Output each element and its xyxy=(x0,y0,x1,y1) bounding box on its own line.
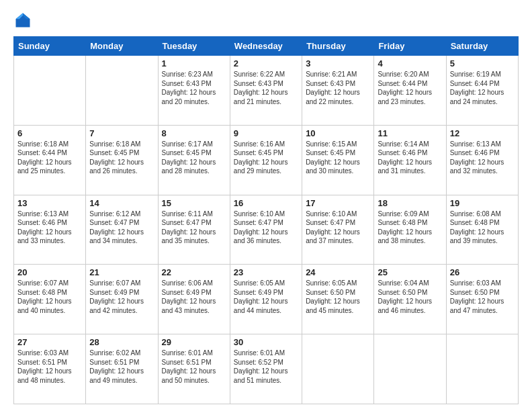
day-number: 8 xyxy=(162,128,226,138)
day-number: 23 xyxy=(234,267,298,277)
day-number: 29 xyxy=(162,337,226,347)
day-info: Sunrise: 6:02 AM Sunset: 6:51 PM Dayligh… xyxy=(89,349,154,385)
day-info: Sunrise: 6:07 AM Sunset: 6:48 PM Dayligh… xyxy=(17,279,82,315)
day-header-friday: Friday xyxy=(374,37,446,56)
day-cell xyxy=(374,334,446,404)
day-cell: 12Sunrise: 6:13 AM Sunset: 6:46 PM Dayli… xyxy=(446,125,518,195)
day-cell xyxy=(302,334,374,404)
logo xyxy=(13,11,35,30)
day-number: 1 xyxy=(162,58,226,68)
day-info: Sunrise: 6:18 AM Sunset: 6:45 PM Dayligh… xyxy=(89,140,154,176)
day-cell: 23Sunrise: 6:05 AM Sunset: 6:49 PM Dayli… xyxy=(230,265,302,334)
day-cell: 15Sunrise: 6:11 AM Sunset: 6:47 PM Dayli… xyxy=(158,195,230,265)
day-info: Sunrise: 6:18 AM Sunset: 6:44 PM Dayligh… xyxy=(17,140,82,176)
logo-icon xyxy=(13,11,32,30)
day-info: Sunrise: 6:12 AM Sunset: 6:47 PM Dayligh… xyxy=(89,210,154,246)
day-cell: 29Sunrise: 6:01 AM Sunset: 6:51 PM Dayli… xyxy=(158,334,230,404)
calendar: SundayMondayTuesdayWednesdayThursdayFrid… xyxy=(13,36,519,404)
day-info: Sunrise: 6:09 AM Sunset: 6:48 PM Dayligh… xyxy=(378,210,442,246)
header xyxy=(13,11,519,30)
day-info: Sunrise: 6:23 AM Sunset: 6:43 PM Dayligh… xyxy=(162,70,226,106)
day-info: Sunrise: 6:10 AM Sunset: 6:47 PM Dayligh… xyxy=(306,210,370,246)
day-info: Sunrise: 6:06 AM Sunset: 6:49 PM Dayligh… xyxy=(162,279,226,315)
day-cell: 13Sunrise: 6:13 AM Sunset: 6:46 PM Dayli… xyxy=(14,195,86,265)
day-info: Sunrise: 6:05 AM Sunset: 6:49 PM Dayligh… xyxy=(234,279,298,315)
day-number: 28 xyxy=(89,337,154,347)
day-number: 21 xyxy=(89,267,154,277)
week-row-2: 13Sunrise: 6:13 AM Sunset: 6:46 PM Dayli… xyxy=(14,195,519,265)
day-info: Sunrise: 6:20 AM Sunset: 6:44 PM Dayligh… xyxy=(378,70,442,106)
day-cell: 25Sunrise: 6:04 AM Sunset: 6:50 PM Dayli… xyxy=(374,265,446,334)
day-number: 19 xyxy=(450,198,515,208)
day-info: Sunrise: 6:14 AM Sunset: 6:46 PM Dayligh… xyxy=(378,140,442,176)
day-cell: 20Sunrise: 6:07 AM Sunset: 6:48 PM Dayli… xyxy=(14,265,86,334)
week-row-3: 20Sunrise: 6:07 AM Sunset: 6:48 PM Dayli… xyxy=(14,265,519,334)
day-cell xyxy=(14,56,86,126)
day-cell: 11Sunrise: 6:14 AM Sunset: 6:46 PM Dayli… xyxy=(374,125,446,195)
day-number: 15 xyxy=(162,198,226,208)
day-number: 17 xyxy=(306,198,370,208)
days-header-row: SundayMondayTuesdayWednesdayThursdayFrid… xyxy=(14,37,519,56)
week-row-1: 6Sunrise: 6:18 AM Sunset: 6:44 PM Daylig… xyxy=(14,125,519,195)
day-header-saturday: Saturday xyxy=(446,37,518,56)
day-cell xyxy=(86,56,158,126)
day-cell: 17Sunrise: 6:10 AM Sunset: 6:47 PM Dayli… xyxy=(302,195,374,265)
day-cell: 19Sunrise: 6:08 AM Sunset: 6:48 PM Dayli… xyxy=(446,195,518,265)
day-info: Sunrise: 6:13 AM Sunset: 6:46 PM Dayligh… xyxy=(450,140,515,176)
day-number: 30 xyxy=(234,337,298,347)
day-info: Sunrise: 6:17 AM Sunset: 6:45 PM Dayligh… xyxy=(162,140,226,176)
day-info: Sunrise: 6:08 AM Sunset: 6:48 PM Dayligh… xyxy=(450,210,515,246)
day-number: 26 xyxy=(450,267,515,277)
week-row-4: 27Sunrise: 6:03 AM Sunset: 6:51 PM Dayli… xyxy=(14,334,519,404)
day-info: Sunrise: 6:22 AM Sunset: 6:43 PM Dayligh… xyxy=(234,70,298,106)
day-info: Sunrise: 6:15 AM Sunset: 6:45 PM Dayligh… xyxy=(306,140,370,176)
day-cell: 27Sunrise: 6:03 AM Sunset: 6:51 PM Dayli… xyxy=(14,334,86,404)
day-cell: 26Sunrise: 6:03 AM Sunset: 6:50 PM Dayli… xyxy=(446,265,518,334)
day-info: Sunrise: 6:01 AM Sunset: 6:51 PM Dayligh… xyxy=(162,349,226,385)
day-cell: 6Sunrise: 6:18 AM Sunset: 6:44 PM Daylig… xyxy=(14,125,86,195)
day-cell: 1Sunrise: 6:23 AM Sunset: 6:43 PM Daylig… xyxy=(158,56,230,126)
day-number: 5 xyxy=(450,58,515,68)
day-number: 6 xyxy=(17,128,82,138)
day-cell: 10Sunrise: 6:15 AM Sunset: 6:45 PM Dayli… xyxy=(302,125,374,195)
day-cell: 3Sunrise: 6:21 AM Sunset: 6:43 PM Daylig… xyxy=(302,56,374,126)
day-info: Sunrise: 6:13 AM Sunset: 6:46 PM Dayligh… xyxy=(17,210,82,246)
day-number: 24 xyxy=(306,267,370,277)
day-header-thursday: Thursday xyxy=(302,37,374,56)
day-number: 20 xyxy=(17,267,82,277)
day-number: 16 xyxy=(234,198,298,208)
day-info: Sunrise: 6:03 AM Sunset: 6:50 PM Dayligh… xyxy=(450,279,515,315)
day-cell: 18Sunrise: 6:09 AM Sunset: 6:48 PM Dayli… xyxy=(374,195,446,265)
week-row-0: 1Sunrise: 6:23 AM Sunset: 6:43 PM Daylig… xyxy=(14,56,519,126)
day-info: Sunrise: 6:10 AM Sunset: 6:47 PM Dayligh… xyxy=(234,210,298,246)
day-info: Sunrise: 6:07 AM Sunset: 6:49 PM Dayligh… xyxy=(89,279,154,315)
day-cell: 28Sunrise: 6:02 AM Sunset: 6:51 PM Dayli… xyxy=(86,334,158,404)
day-cell: 9Sunrise: 6:16 AM Sunset: 6:45 PM Daylig… xyxy=(230,125,302,195)
day-number: 4 xyxy=(378,58,442,68)
day-number: 10 xyxy=(306,128,370,138)
day-info: Sunrise: 6:19 AM Sunset: 6:44 PM Dayligh… xyxy=(450,70,515,106)
day-number: 14 xyxy=(89,198,154,208)
day-info: Sunrise: 6:01 AM Sunset: 6:52 PM Dayligh… xyxy=(234,349,298,385)
day-cell: 2Sunrise: 6:22 AM Sunset: 6:43 PM Daylig… xyxy=(230,56,302,126)
page: SundayMondayTuesdayWednesdayThursdayFrid… xyxy=(0,0,532,411)
day-number: 12 xyxy=(450,128,515,138)
day-cell: 7Sunrise: 6:18 AM Sunset: 6:45 PM Daylig… xyxy=(86,125,158,195)
day-cell: 22Sunrise: 6:06 AM Sunset: 6:49 PM Dayli… xyxy=(158,265,230,334)
day-number: 7 xyxy=(89,128,154,138)
day-number: 25 xyxy=(378,267,442,277)
day-cell: 24Sunrise: 6:05 AM Sunset: 6:50 PM Dayli… xyxy=(302,265,374,334)
day-cell: 5Sunrise: 6:19 AM Sunset: 6:44 PM Daylig… xyxy=(446,56,518,126)
day-info: Sunrise: 6:16 AM Sunset: 6:45 PM Dayligh… xyxy=(234,140,298,176)
day-info: Sunrise: 6:11 AM Sunset: 6:47 PM Dayligh… xyxy=(162,210,226,246)
day-cell: 4Sunrise: 6:20 AM Sunset: 6:44 PM Daylig… xyxy=(374,56,446,126)
day-header-monday: Monday xyxy=(86,37,158,56)
day-header-sunday: Sunday xyxy=(14,37,86,56)
day-number: 22 xyxy=(162,267,226,277)
day-info: Sunrise: 6:03 AM Sunset: 6:51 PM Dayligh… xyxy=(17,349,82,385)
day-cell: 21Sunrise: 6:07 AM Sunset: 6:49 PM Dayli… xyxy=(86,265,158,334)
day-info: Sunrise: 6:04 AM Sunset: 6:50 PM Dayligh… xyxy=(378,279,442,315)
day-number: 18 xyxy=(378,198,442,208)
day-number: 2 xyxy=(234,58,298,68)
day-number: 9 xyxy=(234,128,298,138)
